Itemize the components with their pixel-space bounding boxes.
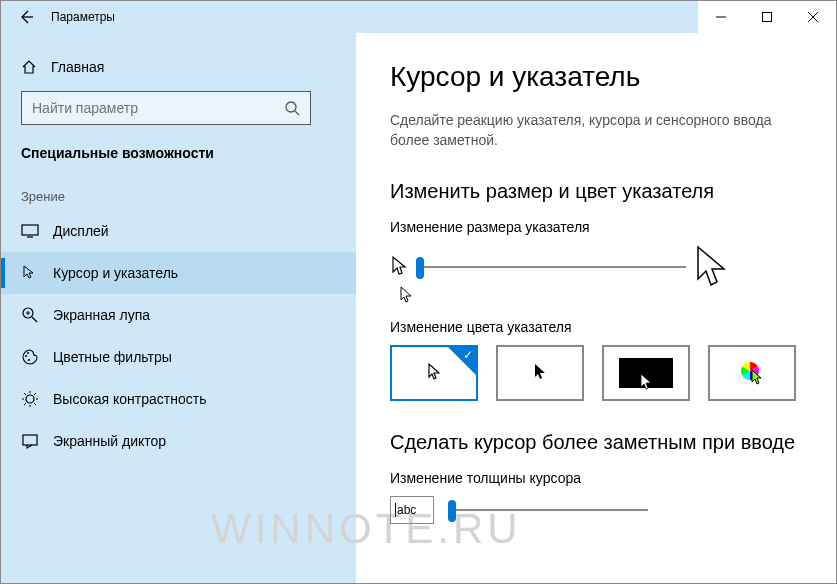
magnifier-icon (21, 306, 39, 324)
content-area: Курсор и указатель Сделайте реакцию указ… (356, 33, 836, 583)
nav-label: Экранный диктор (53, 433, 166, 449)
nav-display[interactable]: Дисплей (1, 210, 356, 252)
search-icon (284, 100, 300, 116)
nav-color-filters[interactable]: Цветные фильтры (1, 336, 356, 378)
maximize-button[interactable] (744, 1, 790, 33)
slider-thumb[interactable] (416, 257, 424, 279)
nav-magnifier[interactable]: Экранная лупа (1, 294, 356, 336)
display-icon (21, 222, 39, 240)
nav-label: Курсор и указатель (53, 265, 178, 281)
sidebar: Главная Специальные возможности Зрение (1, 33, 356, 583)
svg-line-23 (24, 403, 26, 405)
nav-narrator[interactable]: Экранный диктор (1, 420, 356, 462)
pointer-color-inverted[interactable] (602, 345, 690, 401)
pointer-size-label: Изменение размера указателя (390, 219, 802, 235)
group-vision-label: Зрение (1, 179, 356, 210)
contrast-icon (21, 390, 39, 408)
window-title: Параметры (51, 10, 115, 24)
svg-line-10 (32, 317, 37, 322)
narrator-icon (21, 432, 39, 450)
titlebar: Параметры (1, 1, 836, 33)
pointer-color-white[interactable]: ✓ (390, 345, 478, 401)
small-cursor-icon (390, 255, 408, 279)
thickness-preview: abc (390, 496, 434, 524)
cursor-thickness-slider[interactable] (448, 509, 648, 511)
svg-point-5 (286, 102, 296, 112)
page-title: Курсор и указатель (390, 61, 802, 93)
nav-high-contrast[interactable]: Высокая контрастность (1, 378, 356, 420)
palette-icon (21, 348, 39, 366)
hover-cursor-icon (398, 285, 802, 307)
svg-rect-2 (763, 13, 772, 22)
svg-point-14 (27, 352, 29, 354)
svg-line-6 (295, 111, 299, 115)
cursor-pointer-icon (21, 264, 39, 282)
svg-rect-25 (23, 435, 37, 445)
svg-line-22 (34, 403, 36, 405)
home-label: Главная (51, 59, 104, 75)
nav-label: Цветные фильтры (53, 349, 172, 365)
cursor-thickness-label: Изменение толщины курсора (390, 470, 802, 486)
nav-label: Экранная лупа (53, 307, 150, 323)
nav-label: Высокая контрастность (53, 391, 206, 407)
svg-point-16 (26, 395, 34, 403)
search-box[interactable] (21, 91, 311, 125)
nav-cursor-pointer[interactable]: Курсор и указатель (1, 252, 356, 294)
svg-line-21 (24, 393, 26, 395)
pointer-size-slider[interactable] (416, 266, 686, 268)
svg-point-13 (25, 355, 27, 357)
category-header: Специальные возможности (1, 139, 356, 179)
svg-point-15 (28, 359, 30, 361)
home-icon (21, 59, 37, 75)
svg-rect-7 (22, 225, 38, 235)
section-size-color: Изменить размер и цвет указателя (390, 180, 802, 203)
pointer-color-label: Изменение цвета указателя (390, 319, 802, 335)
slider-thumb[interactable] (448, 500, 456, 522)
back-button[interactable] (17, 8, 35, 26)
large-cursor-icon (694, 245, 728, 289)
section-cursor: Сделать курсор более заметным при вводе (390, 431, 802, 454)
pointer-color-black[interactable] (496, 345, 584, 401)
check-icon: ✓ (463, 348, 473, 362)
page-subtitle: Сделайте реакцию указателя, курсора и се… (390, 111, 802, 150)
svg-line-24 (34, 393, 36, 395)
minimize-button[interactable] (698, 1, 744, 33)
nav-label: Дисплей (53, 223, 109, 239)
pointer-color-custom[interactable] (708, 345, 796, 401)
close-button[interactable] (790, 1, 836, 33)
search-input[interactable] (32, 100, 284, 116)
home-nav[interactable]: Главная (1, 51, 356, 83)
